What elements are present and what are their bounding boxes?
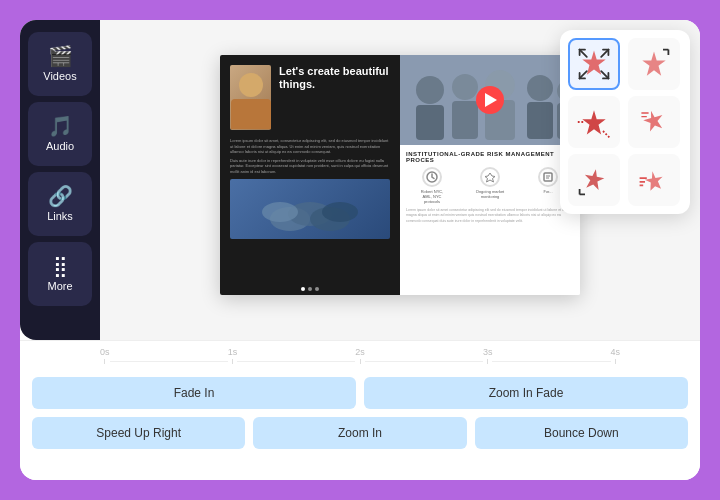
- play-button[interactable]: [476, 86, 504, 114]
- ruler-label-3s: 3s: [483, 347, 493, 357]
- svg-rect-7: [416, 105, 444, 140]
- info-label-2: Ongoing marketmonitoring: [476, 189, 504, 199]
- fade-in-button[interactable]: Fade In: [32, 377, 356, 409]
- svg-line-38: [603, 131, 610, 138]
- bounce-down-button[interactable]: Bounce Down: [475, 417, 688, 449]
- magazine-body2: Duis aute irure dolor in reprehenderit i…: [230, 158, 390, 175]
- ruler-tick-3s: [487, 359, 488, 364]
- sidebar-item-links[interactable]: 🔗 Links: [28, 172, 92, 236]
- svg-point-12: [527, 75, 553, 101]
- info-circle-1: [422, 167, 442, 187]
- svg-point-4: [322, 202, 358, 222]
- magazine-body: Lorem ipsum dolor sit amet, consectetur …: [230, 138, 390, 155]
- timeline-area: 0s 1s 2s 3s: [20, 340, 700, 480]
- sidebar-item-links-label: Links: [47, 210, 73, 222]
- ruler-label-0s: 0s: [100, 347, 110, 357]
- timeline-ruler: 0s 1s 2s 3s: [20, 341, 700, 369]
- svg-line-21: [580, 50, 587, 57]
- right-body-text: Lorem ipsum dolor sit amet consectetur a…: [406, 208, 574, 224]
- right-content: INSTITUTIONAL-GRADE RISK MANAGEMENT PROC…: [400, 145, 580, 230]
- info-label-1: Robert NYC,AML, NYCprotocols: [421, 189, 444, 204]
- info-row: Robert NYC,AML, NYCprotocols Ongoing mar…: [406, 167, 574, 204]
- play-icon: [485, 93, 497, 107]
- svg-marker-36: [582, 110, 605, 134]
- ruler-tick-0s: [104, 359, 105, 364]
- ruler-label-4s: 4s: [611, 347, 621, 357]
- svg-marker-45: [644, 170, 665, 192]
- buttons-row-1: Fade In Zoom In Fade: [20, 369, 700, 417]
- meeting-photo: [400, 55, 580, 145]
- page-left: Let's create beautiful things. Lorem ips…: [220, 55, 400, 295]
- svg-point-6: [416, 76, 444, 104]
- content-area: 🎬 Videos 🎵 Audio 🔗 Links ⣿ More: [20, 20, 700, 340]
- zoom-in-button[interactable]: Zoom In: [253, 417, 466, 449]
- ruler-mark-4s: 4s: [611, 347, 621, 364]
- sidebar-item-more-label: More: [47, 280, 72, 292]
- info-circle-2: [480, 167, 500, 187]
- sidebar-item-audio[interactable]: 🎵 Audio: [28, 102, 92, 166]
- ruler-mark-1s: 1s: [228, 347, 238, 364]
- sticker-cell-5[interactable]: [568, 154, 620, 206]
- audio-icon: 🎵: [48, 116, 73, 136]
- ruler-tick-2s: [360, 359, 361, 364]
- preview-area: Let's create beautiful things. Lorem ips…: [100, 20, 700, 340]
- sticker-cell-6[interactable]: [628, 154, 680, 206]
- sidebar-item-videos-label: Videos: [43, 70, 76, 82]
- info-item-1: Robert NYC,AML, NYCprotocols: [406, 167, 458, 204]
- svg-line-24: [601, 50, 608, 57]
- sidebar-item-more[interactable]: ⣿ More: [28, 242, 92, 306]
- hands-photo: [230, 179, 390, 239]
- sticker-cell-4[interactable]: [628, 96, 680, 148]
- magazine-spread: Let's create beautiful things. Lorem ips…: [220, 55, 580, 295]
- ruler-mark-0s: 0s: [100, 347, 110, 364]
- page-right: INSTITUTIONAL-GRADE RISK MANAGEMENT PROC…: [400, 55, 580, 295]
- sticker-panel: [560, 30, 690, 214]
- sidebar: 🎬 Videos 🎵 Audio 🔗 Links ⣿ More: [20, 20, 100, 340]
- ruler-tick-4s: [615, 359, 616, 364]
- main-container: 🎬 Videos 🎵 Audio 🔗 Links ⣿ More: [20, 20, 700, 480]
- ruler-numbers: 0s 1s 2s 3s: [100, 347, 620, 364]
- ruler-label-1s: 1s: [228, 347, 238, 357]
- svg-point-3: [262, 202, 298, 222]
- ruler-mark-3s: 3s: [483, 347, 493, 364]
- svg-line-30: [601, 71, 608, 78]
- sticker-cell-3[interactable]: [568, 96, 620, 148]
- magazine-headline: Let's create beautiful things.: [279, 65, 390, 91]
- page-dots: [301, 287, 319, 291]
- sidebar-item-audio-label: Audio: [46, 140, 74, 152]
- more-icon: ⣿: [53, 256, 68, 276]
- sticker-cell-2[interactable]: [628, 38, 680, 90]
- ruler-mark-2s: 2s: [355, 347, 365, 364]
- buttons-row-2: Speed Up Right Zoom In Bounce Down: [20, 417, 700, 457]
- svg-rect-9: [452, 101, 478, 139]
- info-label-3: For...: [543, 189, 552, 194]
- svg-line-27: [580, 71, 587, 78]
- svg-marker-42: [583, 168, 606, 191]
- svg-point-8: [452, 74, 478, 100]
- svg-rect-17: [544, 173, 552, 181]
- info-circle-3: [538, 167, 558, 187]
- svg-marker-33: [642, 51, 665, 75]
- sticker-cell-1[interactable]: [568, 38, 620, 90]
- svg-rect-13: [527, 102, 553, 139]
- zoom-in-fade-button[interactable]: Zoom In Fade: [364, 377, 688, 409]
- sidebar-item-videos[interactable]: 🎬 Videos: [28, 32, 92, 96]
- videos-icon: 🎬: [48, 46, 73, 66]
- links-icon: 🔗: [48, 186, 73, 206]
- person-photo: [230, 65, 271, 130]
- right-page-title: INSTITUTIONAL-GRADE RISK MANAGEMENT PROC…: [406, 151, 574, 163]
- svg-marker-39: [641, 108, 665, 132]
- ruler-tick-1s: [232, 359, 233, 364]
- speed-up-right-button[interactable]: Speed Up Right: [32, 417, 245, 449]
- ruler-label-2s: 2s: [355, 347, 365, 357]
- info-item-2: Ongoing marketmonitoring: [464, 167, 516, 204]
